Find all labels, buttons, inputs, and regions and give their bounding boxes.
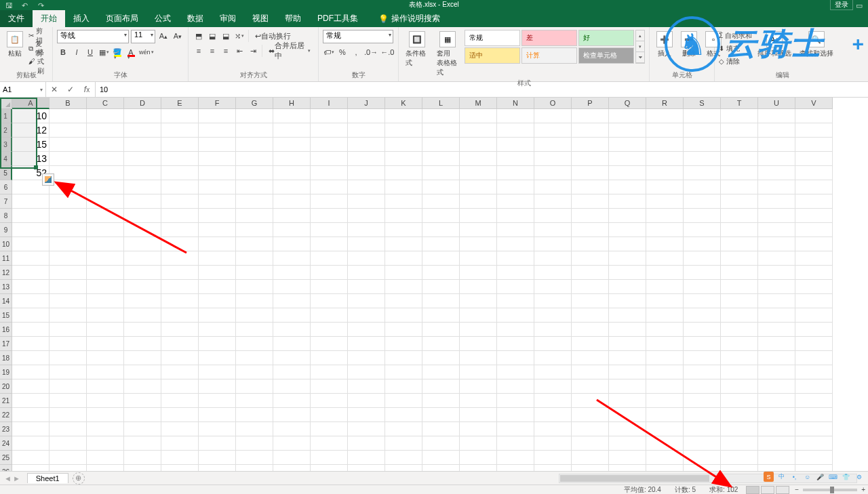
cell-O24[interactable]: [534, 436, 572, 451]
cell-V20[interactable]: [795, 379, 833, 394]
tab-review[interactable]: 审阅: [212, 10, 244, 27]
fill-button[interactable]: ⬇填充: [719, 43, 752, 54]
row-header-13[interactable]: 13: [0, 280, 12, 294]
cell-T9[interactable]: [721, 223, 758, 237]
cell-P14[interactable]: [572, 294, 609, 308]
column-header-L[interactable]: L: [422, 98, 460, 109]
cell-V11[interactable]: [795, 251, 833, 266]
cell-G21[interactable]: [236, 394, 273, 408]
cell-M8[interactable]: [460, 209, 497, 223]
cell-F9[interactable]: [199, 223, 236, 237]
cell-L8[interactable]: [422, 209, 460, 223]
cell-G2[interactable]: [236, 123, 273, 138]
cell-U8[interactable]: [758, 209, 795, 223]
cell-O12[interactable]: [534, 266, 572, 280]
cell-L17[interactable]: [422, 337, 460, 351]
cell-L14[interactable]: [422, 294, 460, 308]
style-check[interactable]: 检查单元格: [578, 47, 634, 64]
cell-P8[interactable]: [572, 209, 609, 223]
quick-analysis-button[interactable]: [42, 173, 54, 186]
cell-M26[interactable]: [460, 465, 497, 471]
view-page-layout-button[interactable]: [761, 486, 774, 494]
cell-R17[interactable]: [646, 337, 684, 351]
cell-P26[interactable]: [572, 465, 609, 471]
cell-L2[interactable]: [422, 123, 460, 138]
cell-T23[interactable]: [721, 422, 758, 436]
cell-Q9[interactable]: [609, 223, 646, 237]
cell-U16[interactable]: [758, 323, 795, 337]
cell-G8[interactable]: [236, 209, 273, 223]
cell-L23[interactable]: [422, 422, 460, 436]
increase-decimal-button[interactable]: .0→: [363, 46, 378, 58]
row-header-1[interactable]: 1: [0, 109, 12, 123]
cell-B26[interactable]: [50, 465, 87, 471]
cell-U1[interactable]: [758, 109, 795, 123]
cell-V24[interactable]: [795, 436, 833, 451]
cell-J2[interactable]: [348, 123, 385, 138]
cell-H4[interactable]: [273, 152, 311, 166]
cell-P12[interactable]: [572, 266, 609, 280]
cell-G25[interactable]: [236, 451, 273, 465]
cell-V22[interactable]: [795, 408, 833, 422]
delete-cells-button[interactable]: ➖删除: [678, 30, 700, 60]
cell-I12[interactable]: [311, 266, 348, 280]
cell-L7[interactable]: [422, 194, 460, 209]
cell-F18[interactable]: [199, 351, 236, 365]
cell-A16[interactable]: [12, 323, 50, 337]
cell-A14[interactable]: [12, 294, 50, 308]
cell-N12[interactable]: [497, 266, 534, 280]
cell-Q8[interactable]: [609, 209, 646, 223]
cell-J3[interactable]: [348, 138, 385, 152]
cell-O19[interactable]: [534, 365, 572, 379]
cell-D21[interactable]: [124, 394, 161, 408]
row-header-17[interactable]: 17: [0, 337, 12, 351]
cell-E25[interactable]: [161, 451, 199, 465]
cell-B17[interactable]: [50, 337, 87, 351]
cell-V18[interactable]: [795, 351, 833, 365]
cell-J9[interactable]: [348, 223, 385, 237]
shrink-font-button[interactable]: A▾: [172, 30, 184, 42]
cell-S9[interactable]: [684, 223, 721, 237]
column-header-S[interactable]: S: [684, 98, 721, 109]
cell-O18[interactable]: [534, 351, 572, 365]
cell-D19[interactable]: [124, 365, 161, 379]
cell-P16[interactable]: [572, 323, 609, 337]
grow-font-button[interactable]: A▴: [157, 30, 170, 42]
cell-R14[interactable]: [646, 294, 684, 308]
cell-V13[interactable]: [795, 280, 833, 294]
cell-L26[interactable]: [422, 465, 460, 471]
cell-O2[interactable]: [534, 123, 572, 138]
cell-B15[interactable]: [50, 308, 87, 323]
cell-S14[interactable]: [684, 294, 721, 308]
cell-K17[interactable]: [385, 337, 422, 351]
cell-R25[interactable]: [646, 451, 684, 465]
cell-V2[interactable]: [795, 123, 833, 138]
cell-U2[interactable]: [758, 123, 795, 138]
cell-U11[interactable]: [758, 251, 795, 266]
column-header-B[interactable]: B: [50, 98, 87, 109]
tab-home[interactable]: 开始: [33, 10, 65, 27]
cell-J23[interactable]: [348, 422, 385, 436]
tab-insert[interactable]: 插入: [65, 10, 98, 27]
view-normal-button[interactable]: [746, 486, 760, 494]
cell-C22[interactable]: [87, 408, 124, 422]
cell-F16[interactable]: [199, 323, 236, 337]
cell-T16[interactable]: [721, 323, 758, 337]
cell-D20[interactable]: [124, 379, 161, 394]
cell-H19[interactable]: [273, 365, 311, 379]
cell-I20[interactable]: [311, 379, 348, 394]
cell-G13[interactable]: [236, 280, 273, 294]
cell-D8[interactable]: [124, 209, 161, 223]
cell-H6[interactable]: [273, 180, 311, 194]
cell-D23[interactable]: [124, 422, 161, 436]
cell-M5[interactable]: [460, 166, 497, 180]
cell-C15[interactable]: [87, 308, 124, 323]
cell-U18[interactable]: [758, 351, 795, 365]
orientation-button[interactable]: ⤭: [233, 30, 245, 42]
row-header-2[interactable]: 2: [0, 123, 12, 138]
cell-U24[interactable]: [758, 436, 795, 451]
cell-S10[interactable]: [684, 237, 721, 251]
cell-V26[interactable]: [795, 465, 833, 471]
name-box[interactable]: A1: [0, 82, 46, 97]
cell-M20[interactable]: [460, 379, 497, 394]
